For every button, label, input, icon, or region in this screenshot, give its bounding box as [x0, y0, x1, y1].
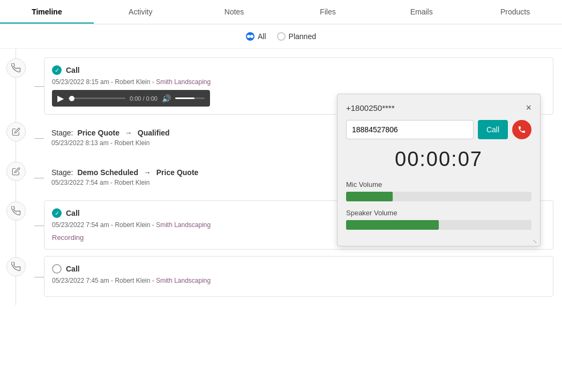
- popup-phone-number: +1800250****: [346, 103, 395, 112]
- tab-activity[interactable]: Activity: [94, 0, 188, 24]
- popup-call-button[interactable]: Call: [478, 120, 508, 139]
- stage-arrow-2: →: [144, 168, 151, 177]
- popup-timer: 00:00:07: [346, 148, 531, 171]
- popup-input-row: Call: [346, 120, 531, 139]
- circle-icon-3: [52, 264, 62, 274]
- phone-icon-2: [6, 201, 26, 221]
- dash-2: —: [34, 132, 44, 144]
- popup-number-input[interactable]: [346, 120, 474, 139]
- stage-arrow-1: →: [125, 129, 132, 137]
- call-header-3: Call: [52, 264, 545, 274]
- mic-volume-bar-fill: [346, 192, 393, 201]
- time-display: 0:00 / 0:00: [130, 95, 158, 102]
- timeline-left-4: [0, 197, 32, 221]
- call-header-1: ✓ Call: [52, 65, 545, 75]
- filter-all[interactable]: All: [246, 32, 266, 41]
- progress-dot: [69, 96, 74, 101]
- dash-4: —: [34, 220, 44, 231]
- smith-link-3[interactable]: Smith Landscaping: [156, 277, 211, 284]
- radio-all-icon: [246, 32, 254, 41]
- edit-icon-2: [6, 162, 26, 181]
- mic-volume-label: Mic Volume: [346, 180, 531, 189]
- resize-handle[interactable]: ⤡: [533, 238, 539, 245]
- dash-3: —: [34, 172, 44, 183]
- volume-fill: [175, 97, 194, 99]
- tab-products[interactable]: Products: [468, 0, 562, 24]
- popup-hangup-button[interactable]: [512, 120, 531, 139]
- volume-icon[interactable]: 🔊: [162, 94, 171, 103]
- play-button[interactable]: ▶: [57, 93, 64, 103]
- call-meta-1: 05/23/2022 8:15 am - Robert Klein - Smit…: [52, 78, 545, 86]
- audio-player: ▶ 0:00 / 0:00 🔊: [52, 90, 210, 107]
- mic-volume-bar-outer: [346, 192, 531, 201]
- tab-files[interactable]: Files: [281, 0, 374, 24]
- edit-icon-1: [6, 122, 26, 141]
- call-meta-3: 05/23/2022 7:45 am - Robert Klein - Smit…: [52, 277, 545, 284]
- timeline-left-5: [0, 253, 32, 276]
- timeline-left-2: [0, 118, 32, 141]
- speaker-volume-section: Speaker Volume: [346, 209, 531, 230]
- phone-popup: +1800250**** × Call 00:00:07 Mic Volume …: [337, 94, 541, 246]
- popup-header: +1800250**** ×: [346, 103, 531, 112]
- mic-volume-section: Mic Volume: [346, 180, 531, 201]
- tab-notes[interactable]: Notes: [188, 0, 281, 24]
- popup-close-button[interactable]: ×: [526, 103, 531, 112]
- dash-5: —: [34, 271, 44, 282]
- progress-bar[interactable]: [68, 97, 125, 99]
- dash-1: —: [34, 80, 44, 92]
- smith-link-1[interactable]: Smith Landscaping: [156, 78, 211, 86]
- filter-row: All Planned: [0, 25, 562, 49]
- speaker-volume-bar-outer: [346, 220, 531, 230]
- call-card-3: Call 05/23/2022 7:45 am - Robert Klein -…: [44, 256, 553, 297]
- timeline-left-1: [0, 54, 32, 78]
- volume-bar[interactable]: [175, 97, 205, 99]
- filter-planned[interactable]: Planned: [277, 32, 316, 41]
- recording-link[interactable]: Recording: [52, 233, 84, 242]
- radio-planned-icon: [277, 32, 286, 41]
- speaker-volume-label: Speaker Volume: [346, 209, 531, 217]
- timeline-left-3: [0, 157, 32, 181]
- phone-icon-1: [6, 58, 26, 78]
- check-icon-2: ✓: [52, 208, 62, 218]
- tabs-bar: Timeline Activity Notes Files Emails Pro…: [0, 0, 562, 25]
- check-icon-1: ✓: [52, 65, 62, 75]
- speaker-volume-bar-fill: [346, 220, 439, 230]
- tab-timeline[interactable]: Timeline: [0, 0, 94, 24]
- phone-icon-3: [6, 257, 26, 276]
- smith-link-2[interactable]: Smith Landscaping: [156, 221, 211, 229]
- tab-emails[interactable]: Emails: [374, 0, 468, 24]
- timeline-entry-call-3: — Call 05/23/2022 7:45 am - Robert Klein…: [0, 253, 562, 300]
